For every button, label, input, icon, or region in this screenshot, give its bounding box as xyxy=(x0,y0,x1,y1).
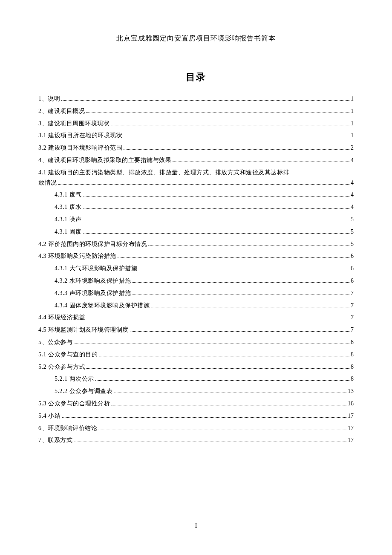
toc-label: 4.3.1 大气环境影响及保护措施 xyxy=(55,263,137,274)
toc-label: 4.3.4 固体废物环境影响及保护措施 xyxy=(55,301,150,311)
toc-page-number: 2 xyxy=(351,143,354,153)
toc-dots xyxy=(133,282,350,283)
toc-label: 1、说明 xyxy=(38,94,60,104)
toc-label: 放情况 xyxy=(38,178,57,188)
toc-entry: 4.3.4 固体废物环境影响及保护措施7 xyxy=(38,301,354,311)
toc-label: 3.1 建设项目所在地的环境现状 xyxy=(38,130,122,141)
toc-entry: 3、建设项目周围环境现状1 xyxy=(38,119,354,129)
toc-page-number: 1 xyxy=(351,106,354,116)
toc-page-number: 7 xyxy=(351,288,354,298)
toc-dots xyxy=(98,430,346,430)
toc-page-number: 5 xyxy=(351,227,354,237)
toc-label: 5.2 公众参与方式 xyxy=(38,362,85,372)
toc-label: 4.3.3 声环境影响及保护措施 xyxy=(55,288,131,298)
toc-label: 2、建设项目概况 xyxy=(38,106,85,116)
toc-label: 7、联系方式 xyxy=(38,435,72,445)
toc-entry: 4、建设项目环境影响及拟采取的主要措施与效果4 xyxy=(38,155,354,165)
toc-dots xyxy=(83,208,350,209)
toc-dots xyxy=(86,368,349,369)
toc-dots xyxy=(74,442,346,442)
toc-label: 4.1 建设项目的主要污染物类型、排放浓度、排放量、处理方式、排放方式和途径及其… xyxy=(38,168,354,178)
toc-page-number: 4 xyxy=(351,190,354,200)
page-number: I xyxy=(0,523,392,529)
toc-page-number: 7 xyxy=(351,301,354,311)
toc-page-number: 6 xyxy=(351,263,354,274)
toc-dots xyxy=(86,113,349,113)
toc-label: 4.5 环境监测计划及环境管理制度 xyxy=(38,325,129,335)
toc-page-number: 17 xyxy=(348,411,354,421)
toc-entry: 4.3.3 声环境影响及保护措施7 xyxy=(38,288,354,298)
toc-dots xyxy=(118,257,350,258)
toc-entry: 7、联系方式17 xyxy=(38,435,354,445)
toc-page-number: 8 xyxy=(351,362,354,372)
toc-label: 4.4 环境经济损益 xyxy=(38,312,85,323)
toc-page-number: 6 xyxy=(351,251,354,261)
toc-entry: 4.2 评价范围内的环境保护目标分布情况5 xyxy=(38,239,354,249)
toc-label: 4.2 评价范围内的环境保护目标分布情况 xyxy=(38,239,147,249)
toc-page-number: 1 xyxy=(351,119,354,129)
toc-page-number: 4 xyxy=(351,202,354,212)
toc-label: 4.3.1 废水 xyxy=(55,202,82,212)
toc-dots xyxy=(151,307,349,307)
toc-page-number: 8 xyxy=(351,374,354,384)
toc-entry: 6、环境影响评价结论17 xyxy=(38,423,354,434)
toc-label: 3.2 建设项目环境影响评价范围 xyxy=(38,143,122,153)
toc-entry: 5.2.1 两次公示8 xyxy=(38,374,354,384)
toc-page-number: 5 xyxy=(351,239,354,249)
toc-label: 4.3 环境影响及污染防治措施 xyxy=(38,251,116,261)
toc-label: 5.4 小结 xyxy=(38,411,61,421)
toc-entry: 2、建设项目概况1 xyxy=(38,106,354,116)
toc-dots xyxy=(124,137,349,137)
toc-label: 4、建设项目环境影响及拟采取的主要措施与效果 xyxy=(38,155,171,165)
toc-entry: 5.1 公众参与查的目的8 xyxy=(38,350,354,360)
toc-page-number: 4 xyxy=(351,155,354,165)
toc-dots xyxy=(86,319,349,319)
toc-dots xyxy=(111,405,346,405)
toc-page-number: 17 xyxy=(348,435,354,445)
toc-page-number: 8 xyxy=(351,350,354,360)
toc-entry: 5.3 公众参与的合理性分析16 xyxy=(38,399,354,409)
document-header-title: 北京宝成雅园定向安置房项目环境影响报告书简本 xyxy=(38,34,354,43)
toc-entry: 4.3.1 固废5 xyxy=(38,227,354,237)
toc-entry: 4.1 建设项目的主要污染物类型、排放浓度、排放量、处理方式、排放方式和途径及其… xyxy=(38,168,354,188)
toc-page-number: 17 xyxy=(348,423,354,434)
toc-dots xyxy=(130,331,350,332)
toc-dots xyxy=(148,246,349,246)
toc-dots xyxy=(83,233,350,234)
toc-page-number: 6 xyxy=(351,276,354,286)
toc-dots xyxy=(173,162,349,162)
toc-dots xyxy=(111,125,349,125)
toc-page-number: 1 xyxy=(351,130,354,141)
toc-dots xyxy=(114,393,346,393)
toc-label: 4.3.1 废气 xyxy=(55,190,82,200)
toc-dots xyxy=(74,344,349,344)
toc-entry: 4.3.2 水环境影响及保护措施6 xyxy=(38,276,354,286)
toc-page-number: 1 xyxy=(351,94,354,104)
toc-page-number: 7 xyxy=(351,325,354,335)
toc-entry: 4.3.1 废气4 xyxy=(38,190,354,200)
toc-page-number: 13 xyxy=(348,386,354,396)
toc-dots xyxy=(83,221,350,221)
toc-label: 4.3.1 噪声 xyxy=(55,214,82,225)
toc-dots xyxy=(61,100,349,101)
toc-title: 目录 xyxy=(38,71,354,84)
toc-label: 4.3.1 固废 xyxy=(55,227,82,237)
toc-entry: 5、公众参与8 xyxy=(38,337,354,347)
toc-entry: 5.4 小结17 xyxy=(38,411,354,421)
toc-label: 5.2.1 两次公示 xyxy=(55,374,94,384)
toc-dots xyxy=(133,295,350,295)
toc-entry: 4.3.1 废水4 xyxy=(38,202,354,212)
toc-page-number: 16 xyxy=(348,399,354,409)
toc-entry: 1、说明1 xyxy=(38,94,354,104)
toc-label: 4.3.2 水环境影响及保护措施 xyxy=(55,276,131,286)
toc-dots xyxy=(99,356,349,356)
toc-list: 1、说明12、建设项目概况13、建设项目周围环境现状13.1 建设项目所在地的环… xyxy=(38,94,354,445)
toc-page-number: 7 xyxy=(351,312,354,323)
toc-dots xyxy=(58,184,350,185)
toc-entry: 4.3.1 大气环境影响及保护措施6 xyxy=(38,263,354,274)
toc-label: 5、公众参与 xyxy=(38,337,72,347)
toc-entry: 3.2 建设项目环境影响评价范围2 xyxy=(38,143,354,153)
toc-entry: 3.1 建设项目所在地的环境现状1 xyxy=(38,130,354,141)
toc-dots xyxy=(138,270,349,270)
toc-entry: 5.2.2 公众参与调查表13 xyxy=(38,386,354,396)
